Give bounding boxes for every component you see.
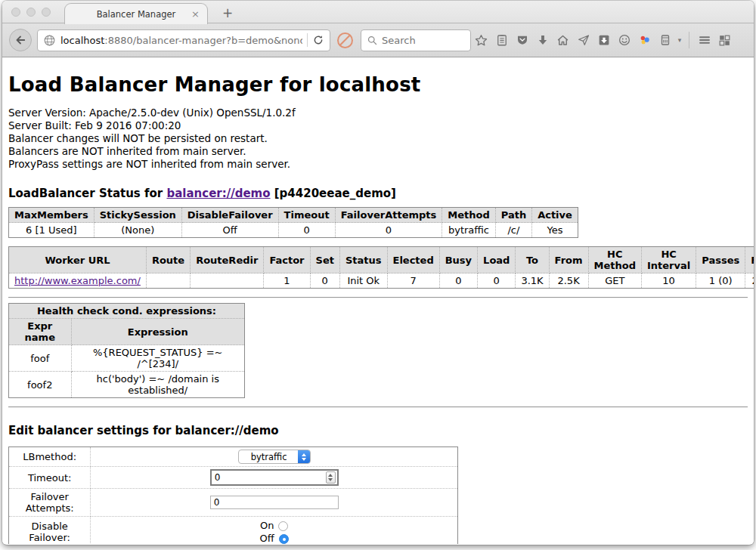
balancer-status-table: MaxMembers StickySession DisableFailover… [8,207,578,238]
server-built: Server Built: Feb 9 2016 07:00:20 [8,119,748,132]
clipboard-icon [495,33,509,47]
balancer-demo-link[interactable]: balancer://demo [166,187,270,200]
globe-icon [43,34,56,47]
url-domain: localhost [60,35,104,46]
container-tab-button[interactable] [655,30,675,50]
reload-icon[interactable] [312,34,324,46]
col-active: Active [532,208,578,223]
container-icon [658,33,672,47]
timeout-input[interactable] [215,472,326,483]
form-row-timeout: Timeout: [9,467,458,489]
url-input[interactable]: localhost:8880/balancer-manager?b=demo&n… [60,35,302,46]
form-row-disable-failover: Disable Failover: On Off [9,517,458,545]
colors-extension-button[interactable] [634,30,655,50]
back-arrow-icon [14,33,27,47]
table-header-row: MaxMembers StickySession DisableFailover… [9,208,578,223]
star-icon [474,33,488,48]
lbmethod-selected-value: bytraffic [239,452,298,462]
form-row-failover-attempts: Failover Attempts: [9,489,458,517]
tab-groups-button[interactable] [714,30,735,50]
disable-failover-on-radio[interactable] [278,521,288,531]
col-disablefailover: DisableFailover [181,208,278,223]
menu-button[interactable] [694,30,714,50]
panel-download-button[interactable] [593,30,614,50]
radio-on-label: On [260,520,274,531]
zoom-window-button[interactable] [42,8,51,17]
back-button[interactable] [9,29,32,51]
health-table-title: Health check cond. expressions: [9,304,245,319]
navigation-toolbar: localhost:8880/balancer-manager?b=demo&n… [2,23,754,57]
lbmethod-label: LBmethod: [9,447,91,467]
table-row: http://www.example.com/ 1 0 Init Ok 7 0 … [9,273,754,289]
home-button[interactable] [553,30,573,50]
table-title-row: Health check cond. expressions: [9,304,245,319]
search-icon [367,35,378,46]
edit-balancer-form: LBmethod: bytraffic Timeout: [8,446,458,544]
paper-plane-icon [577,33,590,47]
edit-balancer-heading: Edit balancer settings for balancer://de… [8,424,748,437]
url-bar[interactable]: localhost:8880/balancer-manager?b=demo&n… [37,29,330,51]
col-method: Method [442,208,495,223]
status-suffix: [p4420eeae_demo] [271,187,396,200]
form-row-lbmethod: LBmethod: bytraffic [9,447,458,467]
disable-failover-label: Disable Failover: [9,517,91,545]
content-blocked-icon[interactable] [337,32,353,48]
health-check-table: Health check cond. expressions: Expr nam… [8,303,245,398]
page-content: Load Balancer Manager for localhost Serv… [2,57,754,544]
browser-tab[interactable]: Balancer Manager × [64,3,208,24]
hamburger-icon [697,33,712,47]
grid-icon [717,33,732,48]
downloads-button[interactable] [532,30,553,50]
status-prefix: LoadBalancer Status for [8,187,166,200]
col-maxmembers: MaxMembers [9,208,94,223]
browser-window: Balancer Manager × + localhost:8880/bala… [2,1,754,545]
notice-proxypass: ProxyPass settings are NOT inherited fro… [8,158,748,171]
pocket-button[interactable] [512,30,532,50]
col-failoverattempts: FailoverAttempts [335,208,442,223]
smiley-icon [618,33,631,47]
table-row: 6 [1 Used] (None) Off 0 0 bytraffic /c/ … [9,223,578,238]
home-icon [556,33,570,48]
server-info: Server Version: Apache/2.5.0-dev (Unix) … [8,107,748,171]
search-input[interactable] [382,35,457,46]
worker-status-table: Worker URL Route RouteRedir Factor Set S… [8,246,754,289]
new-tab-button[interactable]: + [218,5,237,20]
server-version: Server Version: Apache/2.5.0-dev (Unix) … [8,107,748,119]
toolbar-separator [689,32,689,48]
panel-arrow-icon [597,33,611,47]
bookmark-button[interactable] [471,30,491,50]
tab-close-icon[interactable]: × [191,9,200,19]
color-dots-icon [638,33,652,47]
minimize-window-button[interactable] [26,8,36,17]
table-header-row: Expr name Expression [9,319,245,345]
disable-failover-off-radio[interactable] [279,534,289,544]
number-spinner-icon[interactable] [326,471,336,484]
screenshot-stage: Balancer Manager × + localhost:8880/bala… [0,0,756,550]
col-timeout: Timeout [278,208,335,223]
chevron-down-icon[interactable]: ▾ [675,36,684,44]
select-stepper-icon [298,450,310,464]
close-window-button[interactable] [11,8,20,17]
search-bar[interactable] [361,29,471,51]
urlbar-divider [307,33,308,47]
feedback-button[interactable] [614,30,634,50]
url-path: :8880/balancer-manager?b=demo&nonce=decc… [104,35,302,46]
traffic-lights [11,8,51,17]
pocket-icon [516,33,529,47]
lbmethod-select[interactable]: bytraffic [238,450,311,464]
timeout-input-wrap [210,469,339,486]
share-button[interactable] [573,30,593,50]
notice-persist: Balancer changes will NOT be persisted o… [8,132,748,145]
radio-off-label: Off [260,533,274,544]
failover-attempts-input[interactable] [210,496,339,509]
failover-attempts-label: Failover Attempts: [9,489,91,517]
loadbalancer-status-heading: LoadBalancer Status for balancer://demo … [8,187,748,200]
worker-url-link[interactable]: http://www.example.com/ [14,275,141,286]
page-title: Load Balancer Manager for localhost [8,73,748,96]
timeout-label: Timeout: [9,467,91,489]
reading-list-button[interactable] [491,30,512,50]
tab-title: Balancer Manager [97,9,176,20]
divider [8,406,748,408]
notice-balancers: Balancers are NOT inherited from main se… [8,145,748,158]
table-header-row: Worker URL Route RouteRedir Factor Set S… [9,247,754,273]
